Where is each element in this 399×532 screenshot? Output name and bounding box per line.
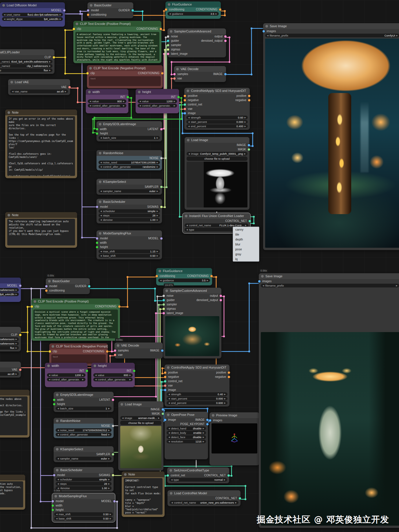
port-dot-icon[interactable] <box>164 385 166 387</box>
decrement-arrow-icon[interactable]: ◀ <box>95 378 96 381</box>
node-title-bar[interactable]: Load VAE <box>8 79 70 85</box>
node-title-bar[interactable]: Preview Image <box>209 412 259 418</box>
increment-arrow-icon[interactable]: ▶ <box>82 378 84 381</box>
node-note-directories[interactable]: NoteIf you get an error in any of the no… <box>5 110 77 178</box>
node-title-bar[interactable]: width <box>86 89 128 95</box>
port-dot-icon[interactable] <box>52 509 54 511</box>
node-title-bar[interactable]: BasicGuider <box>46 278 90 284</box>
port-clip[interactable]: CLIP <box>11 333 20 336</box>
widget-control-after-generate[interactable]: ◀control_after_generatefixed▶ <box>56 433 112 436</box>
node-dual-clip-loader-1[interactable]: DualCLIPLoaderCLIP◀clip_name1t5xxl_fp8_e… <box>0 49 54 74</box>
increment-arrow-icon[interactable]: ▶ <box>123 100 125 103</box>
decrement-arrow-icon[interactable]: ◀ <box>122 417 123 419</box>
port-dot-icon[interactable] <box>164 380 166 382</box>
decrement-arrow-icon[interactable]: ◀ <box>57 429 59 431</box>
port-positive[interactable]: positive <box>185 94 198 97</box>
node-title-bar[interactable]: Load ControlNet Model <box>167 490 241 496</box>
port-width[interactable]: width <box>53 504 62 507</box>
port-dot-icon[interactable] <box>87 9 89 12</box>
decrement-arrow-icon[interactable]: ◀ <box>186 229 188 231</box>
node-title-bar[interactable]: BasicScheduler <box>96 199 162 205</box>
widget-control-after-generate-[interactable]: ◀control_after_generate.▶ <box>93 378 133 381</box>
collapse-dot-icon[interactable] <box>48 280 51 283</box>
decrement-arrow-icon[interactable]: ◀ <box>267 34 268 37</box>
node-title-bar[interactable]: Save Image <box>259 273 399 279</box>
node-set-union-controlnet-type[interactable]: SetUnionControlNetTypecontrol_netCONTROL… <box>167 467 229 483</box>
port-image[interactable]: IMAGE <box>237 143 249 147</box>
port-dot-icon[interactable] <box>160 128 163 130</box>
node-clip-text-encode-positive-1[interactable]: CLIP Text Encode (Positive Prompt)clipCO… <box>73 21 161 63</box>
node-title-bar[interactable]: VAE Decode <box>114 342 163 348</box>
port-denoised-output[interactable]: denoised_output <box>201 39 225 42</box>
choose-file-button[interactable]: choose file to upload <box>120 421 161 425</box>
port-dot-icon[interactable] <box>210 275 213 277</box>
increment-arrow-icon[interactable]: ▶ <box>108 433 110 436</box>
collapse-dot-icon[interactable] <box>54 495 57 498</box>
port-dot-icon[interactable] <box>177 96 180 98</box>
port-dot-icon[interactable] <box>249 220 251 222</box>
widget-sampler-name[interactable]: ◀sampler_nameeuler▶ <box>99 189 160 193</box>
port-conditioning[interactable]: CONDITIONING <box>83 350 107 353</box>
widget-value[interactable]: ◀value800▶ <box>88 99 126 103</box>
increment-arrow-icon[interactable]: ▶ <box>244 153 246 155</box>
port-control-net[interactable]: CONTROL_NET <box>204 474 229 477</box>
node-model-sampling-flux-2[interactable]: 0.00sModelSamplingFluxmodelMODELwidthhei… <box>52 493 115 522</box>
port-dot-icon[interactable] <box>96 128 98 130</box>
collapse-dot-icon[interactable] <box>170 492 172 495</box>
node-random-noise-1[interactable]: RandomNoiseNOISE◀noise_seed1078547336120… <box>96 150 162 170</box>
collapse-dot-icon[interactable] <box>88 91 91 93</box>
decrement-arrow-icon[interactable]: ◀ <box>100 210 102 212</box>
increment-arrow-icon[interactable]: ▶ <box>157 137 158 139</box>
port-clip[interactable]: clip <box>88 72 95 75</box>
node-note-reference-sampling[interactable]: NoteThe reference sampling implementatio… <box>5 212 77 248</box>
node-title-bar[interactable]: RandomNoise <box>96 150 162 156</box>
node-openpose-pose[interactable]: OpenPose PoseimageIMAGEPOSE_KEYPOINT◀det… <box>165 412 208 459</box>
collapse-dot-icon[interactable] <box>99 181 101 183</box>
port-dot-icon[interactable] <box>96 132 98 135</box>
port-dot-icon[interactable] <box>160 186 163 188</box>
node-title-bar[interactable]: ModelSamplingFlux <box>96 230 162 236</box>
increment-arrow-icon[interactable]: ▶ <box>203 436 204 438</box>
decrement-arrow-icon[interactable]: ◀ <box>95 374 96 376</box>
port-dot-icon[interactable] <box>173 77 176 80</box>
port-dot-icon[interactable] <box>263 30 265 32</box>
port-dot-icon[interactable] <box>167 48 169 51</box>
port-conditioning[interactable]: CONDITIONING <box>95 305 119 308</box>
node-width-1[interactable]: widthINT◀value800▶◀control_after_generat… <box>86 89 128 113</box>
port-control-net[interactable]: CONTROL_NET <box>216 497 240 500</box>
increment-arrow-icon[interactable]: ▶ <box>157 161 158 164</box>
port-dot-icon[interactable] <box>167 40 169 42</box>
port-output[interactable]: output <box>210 294 221 297</box>
port-int[interactable]: INT <box>79 369 87 372</box>
port-latent-image[interactable]: latent_image <box>168 52 187 55</box>
node-basic-scheduler-1[interactable]: BasicSchedulermodelSIGMAS◀schedulersimpl… <box>96 199 162 223</box>
node-title-bar[interactable]: DualCLIPLoader <box>0 327 21 333</box>
port-dot-icon[interactable] <box>96 246 98 248</box>
increment-arrow-icon[interactable]: ▶ <box>130 374 131 376</box>
port-model[interactable]: MODEL <box>101 500 114 503</box>
decrement-arrow-icon[interactable]: ◀ <box>57 458 59 460</box>
port-sampler[interactable]: sampler <box>168 43 181 47</box>
port-dot-icon[interactable] <box>53 56 55 59</box>
collapse-dot-icon[interactable] <box>56 469 59 471</box>
increment-arrow-icon[interactable]: ▶ <box>245 121 246 123</box>
increment-arrow-icon[interactable]: ▶ <box>49 65 51 67</box>
dropdown-item-pose[interactable]: pose <box>233 247 259 252</box>
port-sampler[interactable]: SAMPLER <box>145 185 161 188</box>
port-conditioning[interactable]: conditioning <box>46 289 65 292</box>
node-title-bar[interactable]: Note <box>122 471 165 477</box>
node-dual-clip-loader-2[interactable]: DualCLIPLoaderCLIP◀clip_name1t5xxl_fp8_e… <box>0 327 21 351</box>
decrement-arrow-icon[interactable]: ◀ <box>57 483 59 485</box>
increment-arrow-icon[interactable]: ▶ <box>123 105 125 107</box>
port-dot-icon[interactable] <box>132 9 134 12</box>
port-image[interactable]: IMAGE <box>150 349 162 352</box>
collapse-dot-icon[interactable] <box>8 214 10 216</box>
port-guider[interactable]: guider <box>168 39 179 42</box>
collapse-dot-icon[interactable] <box>56 448 59 451</box>
port-clip[interactable]: clip <box>74 27 81 30</box>
port-dot-icon[interactable] <box>163 312 165 314</box>
port-negative[interactable]: negative <box>235 99 249 102</box>
port-dot-icon[interactable] <box>239 497 241 500</box>
note-text[interactable]: IMPORTANT! Correct controlnet type to se… <box>124 478 163 515</box>
widget-base-shift[interactable]: ◀base_shift0.50▶ <box>54 517 113 520</box>
